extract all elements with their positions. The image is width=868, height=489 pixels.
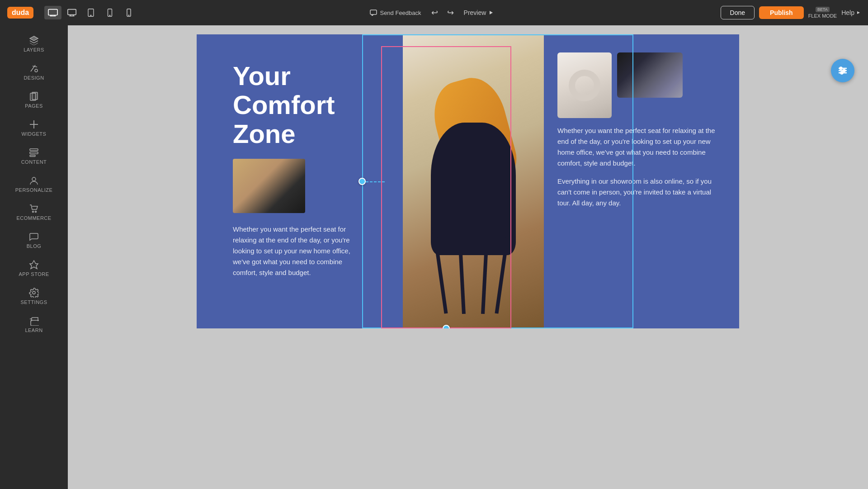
svg-marker-31 [30,261,38,269]
svg-point-32 [33,291,35,294]
sidebar-item-app-store[interactable]: APP STORE [0,255,68,281]
svg-point-38 [843,70,845,72]
sidebar-item-design[interactable]: DESIGN [0,59,68,85]
svg-point-29 [33,211,34,213]
sidebar-item-ecommerce[interactable]: ECOMMERCE [0,199,68,225]
svg-marker-16 [857,11,860,14]
svg-point-39 [841,72,843,74]
vase-ring-decoration [569,70,600,101]
hero-left-column: Your Comfort Zone Whether you want the p… [197,34,403,328]
device-tablet[interactable] [82,6,99,19]
hero-body-right-2: Everything in our showroom is also onlin… [557,176,721,209]
chair-image[interactable] [403,34,544,328]
canvas-wrapper: Your Comfort Zone Whether you want the p… [197,34,739,480]
svg-rect-4 [68,9,76,15]
svg-point-28 [32,177,36,181]
canvas-area[interactable]: Your Comfort Zone Whether you want the p… [68,25,868,489]
sidebar: LAYERS DESIGN PAGES WIDGETS CONTENT [0,25,68,489]
hero-title: Your Comfort Zone [233,62,385,148]
svg-rect-14 [370,10,377,14]
preview-button[interactable]: Preview [464,9,494,16]
sidebar-item-settings[interactable]: SETTINGS [0,283,68,309]
hero-center-column [403,34,544,328]
device-desktop[interactable] [63,6,80,19]
sidebar-item-layers[interactable]: LAYERS [0,31,68,57]
svg-point-37 [840,67,842,70]
svg-rect-0 [48,9,57,15]
undo-redo: ↩ ↪ [429,6,457,19]
device-small-mobile[interactable] [120,6,137,19]
svg-point-30 [35,211,37,213]
sidebar-item-blog[interactable]: BLOG [0,227,68,253]
undo-button[interactable]: ↩ [429,6,441,19]
device-mobile[interactable] [101,6,118,19]
device-all-screens[interactable] [44,6,61,19]
toolbar-right: Done Publish BETA FLEX MODE Help [721,6,861,19]
device-selector [44,6,137,19]
sidebar-item-personalize[interactable]: PERSONALIZE [0,171,68,197]
svg-point-20 [35,69,38,72]
hero-body-left: Whether you want the perfect seat for re… [233,224,359,278]
svg-point-11 [110,15,110,15]
svg-rect-22 [32,92,38,100]
hero-body-right-1: Whether you want the perfect seat for re… [557,125,721,169]
toolbar: duda [0,0,868,25]
sidebar-item-learn[interactable]: LEARN [0,311,68,337]
svg-rect-26 [30,152,38,154]
toolbar-center: Send Feedback ↩ ↪ Preview [148,6,715,19]
sidebar-item-content[interactable]: CONTENT [0,143,68,169]
hero-right-column: Whether you want the perfect seat for re… [544,34,739,328]
svg-point-9 [90,15,91,16]
logo[interactable]: duda [7,7,33,19]
svg-rect-25 [30,149,38,151]
vase-image[interactable] [557,52,612,118]
svg-line-19 [33,66,37,67]
sidebar-item-pages[interactable]: PAGES [0,87,68,113]
hero-small-image[interactable] [233,159,305,213]
hero-right-images [557,52,721,118]
flex-mode-badge: BETA FLEX MODE [808,7,837,19]
redo-button[interactable]: ↪ [444,6,457,19]
adjust-icon-button[interactable] [831,59,854,82]
sidebar-item-widgets[interactable]: WIDGETS [0,115,68,141]
svg-rect-27 [30,155,35,157]
hero-section: Your Comfort Zone Whether you want the p… [197,34,739,328]
svg-marker-15 [490,11,493,14]
help-button[interactable]: Help [841,9,861,16]
svg-marker-17 [30,36,38,41]
svg-point-13 [129,15,129,15]
publish-button[interactable]: Publish [759,6,804,19]
feedback-button[interactable]: Send Feedback [370,9,421,16]
done-button[interactable]: Done [721,6,755,19]
shelf-image[interactable] [617,52,683,98]
